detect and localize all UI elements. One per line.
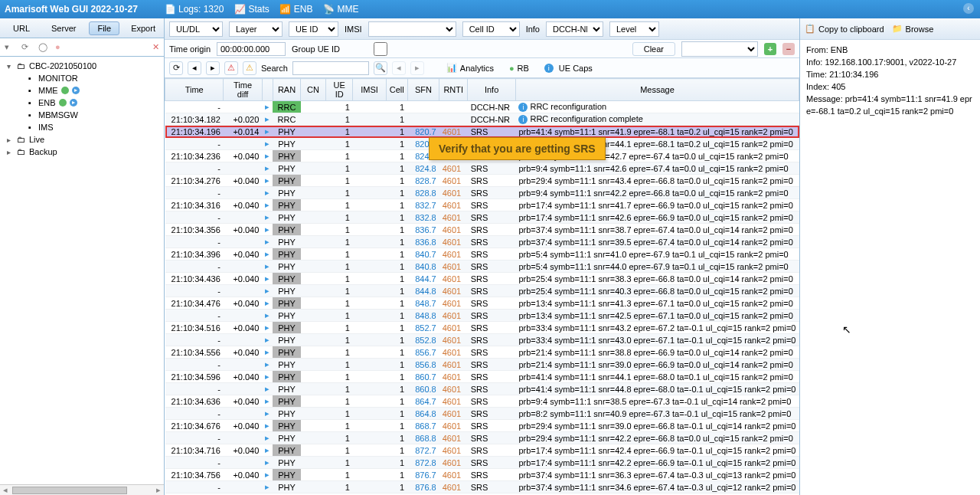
copy-button[interactable]: 📋Copy to clipboard: [805, 24, 884, 34]
binoculars-icon[interactable]: 🔍: [374, 61, 387, 75]
table-row[interactable]: -PHY11860.84601SRSprb=41:4 symb=11:1 snr…: [165, 383, 799, 395]
table-row[interactable]: -PHY11872.84601SRSprb=17:4 symb=11:1 snr…: [165, 457, 799, 469]
table-row[interactable]: -PHY11876.84601SRSprb=37:4 symb=11:1 snr…: [165, 481, 799, 493]
table-row[interactable]: -PHY11852.84601SRSprb=33:4 symb=11:1 snr…: [165, 334, 799, 346]
table-row[interactable]: 21:10:34.436+0.040PHY11844.74601SRSprb=2…: [165, 273, 799, 285]
table-row[interactable]: -PHY11832.84601SRSprb=17:4 symb=11:1 snr…: [165, 211, 799, 224]
tree-node-label: MONITOR: [38, 74, 78, 83]
tree-node-label: MBMSGW: [38, 110, 78, 120]
url-tab[interactable]: URL: [5, 21, 38, 35]
table-row[interactable]: -PHY11856.84601SRSprb=21:4 symb=11:1 snr…: [165, 359, 799, 371]
tree-node[interactable]: ▪IMS: [2, 121, 162, 133]
search-input[interactable]: [292, 61, 369, 75]
tree-node[interactable]: ▪MONITOR: [2, 72, 162, 84]
layer-select[interactable]: Layer: [229, 21, 283, 37]
table-row[interactable]: 21:10:34.196+0.014PHY11820.74601SRSprb=4…: [165, 126, 799, 138]
file-tab[interactable]: File: [89, 21, 119, 35]
tree-root[interactable]: ▾ 🗀 CBC-2021050100: [2, 60, 162, 72]
imsi-select[interactable]: [368, 21, 456, 37]
table-row[interactable]: 21:10:34.676+0.040PHY11868.74601SRSprb=2…: [165, 420, 799, 432]
analytics-button[interactable]: 📊Analytics: [441, 61, 499, 75]
tree-node[interactable]: ▪ENB ▸: [2, 97, 162, 109]
table-row[interactable]: 21:10:34.756+0.040PHY11876.74601SRSprb=3…: [165, 469, 799, 481]
remove-icon[interactable]: −: [782, 43, 795, 55]
column-header[interactable]: SFN: [407, 79, 439, 101]
column-header[interactable]: Message: [515, 79, 799, 101]
cellid-select[interactable]: Cell ID: [462, 21, 520, 37]
nav-warn-icon[interactable]: ⚠: [243, 61, 256, 75]
table-row[interactable]: 21:10:34.182+0.020RRC11DCCH-NRiRRC recon…: [165, 113, 799, 126]
uecaps-button[interactable]: iUE Caps: [539, 61, 598, 75]
direction-icon: [265, 225, 270, 234]
scroll-thumb[interactable]: [12, 487, 127, 494]
table-row[interactable]: -PHY11836.84601SRSprb=37:4 symb=11:1 snr…: [165, 236, 799, 248]
column-header[interactable]: IMSI: [353, 79, 386, 101]
top-tab[interactable]: 📄Logs: 1320: [165, 4, 224, 15]
group-ueid-checkbox[interactable]: [346, 42, 415, 56]
tree-node[interactable]: ▸🗀Backup: [2, 146, 162, 158]
top-tab[interactable]: 📶ENB: [280, 4, 313, 15]
column-header[interactable]: [262, 79, 273, 101]
search-prev-icon[interactable]: ◂: [392, 61, 406, 75]
column-header[interactable]: Time: [165, 79, 224, 101]
table-row[interactable]: -PHY11868.84601SRSprb=29:4 symb=11:1 snr…: [165, 432, 799, 444]
scroll-right-icon[interactable]: ▸: [153, 485, 164, 495]
table-row[interactable]: 21:10:34.516+0.040PHY11852.74601SRSprb=3…: [165, 322, 799, 334]
clear-history-select[interactable]: [681, 41, 758, 57]
node-icon: ▪: [24, 97, 35, 108]
level-select[interactable]: Level: [609, 21, 659, 37]
dot-icon[interactable]: ◯: [38, 42, 49, 53]
table-row[interactable]: -PHY11864.84601SRSprb=8:2 symb=11:1 snr=…: [165, 408, 799, 420]
ueid-select[interactable]: UE ID: [289, 21, 338, 37]
table-row[interactable]: -PHY11824.84601SRSprb=9:4 symb=11:1 snr=…: [165, 162, 799, 175]
add-icon[interactable]: +: [764, 43, 776, 55]
expand-all-icon[interactable]: ▾: [5, 42, 15, 53]
table-row[interactable]: 21:10:34.316+0.040PHY11832.74601SRSprb=1…: [165, 199, 799, 211]
top-tab[interactable]: 📈Stats: [234, 4, 269, 15]
nav-error-icon[interactable]: ⚠: [224, 61, 238, 75]
tree-node[interactable]: ▪MME ▸: [2, 84, 162, 97]
rb-button[interactable]: ●RB: [504, 61, 534, 75]
tree-node[interactable]: ▪MBMSGW: [2, 109, 162, 121]
table-row[interactable]: -PHY11840.84601SRSprb=5:4 symb=11:1 snr=…: [165, 261, 799, 273]
server-tab[interactable]: Server: [43, 21, 84, 35]
h-scrollbar[interactable]: ◂ ▸: [0, 484, 164, 495]
collapse-left-icon[interactable]: ‹: [963, 3, 974, 14]
table-row[interactable]: 21:10:34.716+0.040PHY11872.74601SRSprb=1…: [165, 444, 799, 457]
uldl-select[interactable]: UL/DL: [169, 21, 223, 37]
table-row[interactable]: 21:10:34.556+0.040PHY11856.74601SRSprb=2…: [165, 346, 799, 359]
record-icon[interactable]: ●: [55, 42, 66, 53]
nav-next-icon[interactable]: ▸: [206, 61, 220, 75]
search-next-icon[interactable]: ▸: [410, 61, 424, 75]
table-row[interactable]: 21:10:34.396+0.040PHY11840.74601SRSprb=5…: [165, 248, 799, 261]
clear-button[interactable]: Clear: [632, 42, 675, 56]
nav-refresh-icon[interactable]: ⟳: [169, 61, 183, 75]
table-row[interactable]: -PHY11844.84601SRSprb=25:4 symb=11:1 snr…: [165, 285, 799, 297]
table-row[interactable]: 21:10:34.476+0.040PHY11848.74601SRSprb=1…: [165, 297, 799, 310]
table-row[interactable]: -RRC11DCCH-NRiRRC reconfiguration: [165, 101, 799, 113]
table-row[interactable]: -PHY11828.84601SRSprb=9:4 symb=11:1 snr=…: [165, 187, 799, 199]
scroll-left-icon[interactable]: ◂: [0, 485, 11, 495]
column-header[interactable]: RAN: [273, 79, 300, 101]
table-row[interactable]: 21:10:34.356+0.040PHY11836.74601SRSprb=3…: [165, 224, 799, 236]
info-select[interactable]: DCCH-NR.: [546, 21, 603, 37]
close-icon[interactable]: ✕: [152, 42, 159, 52]
column-header[interactable]: UE ID: [325, 79, 352, 101]
top-tab[interactable]: 📡MME: [323, 4, 358, 15]
time-origin-input[interactable]: [217, 42, 286, 56]
refresh-icon[interactable]: ⟳: [21, 42, 32, 53]
table-row[interactable]: -PHY11848.84601SRSprb=13:4 symb=11:1 snr…: [165, 310, 799, 322]
column-header[interactable]: Info: [468, 79, 516, 101]
tree-node[interactable]: ▸🗀Live: [2, 133, 162, 146]
column-header[interactable]: Cell: [386, 79, 407, 101]
browse-button[interactable]: 📁Browse: [892, 24, 934, 34]
column-header[interactable]: Time diff: [224, 79, 263, 101]
table-row[interactable]: 21:10:34.636+0.040PHY11864.74601SRSprb=9…: [165, 395, 799, 408]
export-button[interactable]: Export: [124, 21, 162, 35]
column-header[interactable]: RNTI: [439, 79, 468, 101]
column-header[interactable]: CN: [301, 79, 326, 101]
table-row[interactable]: 21:10:34.596+0.040PHY11860.74601SRSprb=4…: [165, 371, 799, 383]
nav-prev-icon[interactable]: ◂: [188, 61, 201, 75]
table-row[interactable]: 21:10:34.276+0.040PHY11828.74601SRSprb=2…: [165, 175, 799, 187]
info-icon: i: [518, 115, 528, 124]
